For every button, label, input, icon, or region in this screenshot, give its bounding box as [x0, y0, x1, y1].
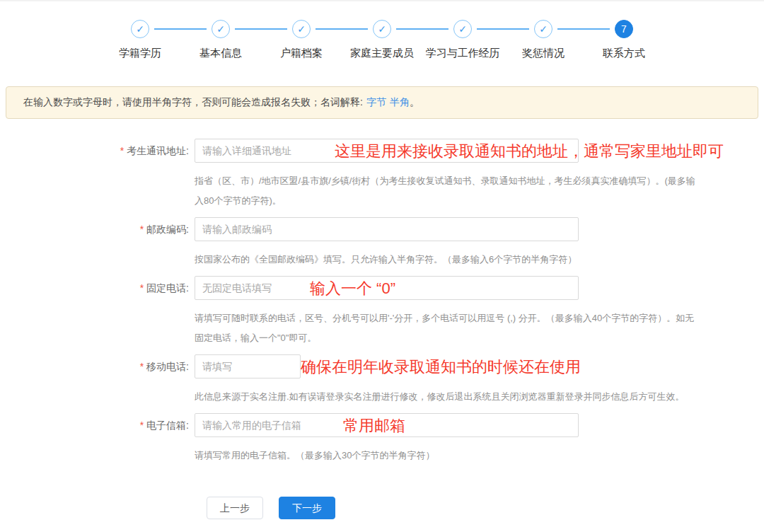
step-label: 基本信息: [199, 47, 242, 60]
field-row-mobile: *移动电话: 确保在明年收录取通知书的时候还在使用 此信息来源于实名注册.如有误…: [0, 354, 764, 407]
wizard-stepper: ✓ 学籍学历 ✓ 基本信息 ✓ 户籍档案 ✓ 家庭主要成员 ✓ 学习与工作经历 …: [100, 20, 664, 60]
zipcode-input[interactable]: [195, 217, 579, 241]
contact-info-form: *考生通讯地址: 这里是用来接收录取通知书的地址，通常写家里地址即可 指省（区、…: [0, 139, 764, 466]
step-label: 户籍档案: [280, 47, 323, 60]
check-icon: ✓: [136, 24, 144, 34]
step-label: 学习与工作经历: [426, 47, 500, 60]
check-icon: ✓: [378, 24, 386, 34]
step-label: 奖惩情况: [522, 47, 565, 60]
check-icon: ✓: [458, 24, 467, 34]
required-asterisk: *: [120, 145, 124, 156]
field-label: *电子信箱:: [0, 413, 195, 466]
footer-actions: 上一步 下一步: [207, 497, 764, 519]
step-number: 7: [621, 24, 627, 34]
field-row-zipcode: *邮政编码: 按国家公布的《全国邮政编码》填写。只允许输入半角字符。（最多输入6…: [0, 217, 764, 270]
step-check-icon: ✓: [534, 20, 552, 38]
step-item-1[interactable]: ✓ 学籍学历: [100, 20, 180, 60]
required-asterisk: *: [140, 420, 144, 431]
field-help: 此信息来源于实名注册.如有误请登录实名注册进行修改，修改后退出系统且关闭浏览器重…: [195, 387, 685, 407]
next-step-button[interactable]: 下一步: [279, 497, 335, 519]
mobile-input[interactable]: [195, 354, 301, 378]
link-halfwidth[interactable]: 半角: [390, 96, 410, 108]
field-annotation: 确保在明年收录取通知书的时候还在使用: [301, 354, 581, 380]
field-label: *考生通讯地址:: [0, 139, 195, 211]
notice-text: 在输入数字或字母时，请使用半角字符，否则可能会造成报名失败；名词解释:: [23, 96, 363, 108]
step-item-5[interactable]: ✓ 学习与工作经历: [422, 20, 503, 60]
step-label: 联系方式: [603, 47, 645, 60]
link-byte[interactable]: 字节: [366, 96, 386, 108]
check-icon: ✓: [216, 24, 225, 34]
check-icon: ✓: [297, 24, 306, 34]
field-help: 按国家公布的《全国邮政编码》填写。只允许输入半角字符。（最多输入6个字节的半角字…: [195, 250, 579, 270]
required-asterisk: *: [140, 224, 144, 235]
prev-step-button[interactable]: 上一步: [207, 497, 263, 519]
notice-banner: 在输入数字或字母时，请使用半角字符，否则可能会造成报名失败；名词解释:字节半角。: [6, 86, 758, 119]
step-item-3[interactable]: ✓ 户籍档案: [261, 20, 342, 60]
field-annotation: 输入一个 “0”: [310, 276, 395, 301]
field-label: *固定电话:: [0, 276, 195, 348]
notice-text-end: 。: [410, 96, 419, 108]
field-label: *移动电话:: [0, 354, 195, 407]
step-check-icon: ✓: [212, 20, 230, 38]
step-check-icon: ✓: [292, 20, 311, 38]
step-check-icon: ✓: [453, 20, 472, 38]
field-help: 请填写可随时联系的电话，区号、分机号可以用'-'分开，多个电话可以用逗号 (,)…: [195, 308, 694, 348]
field-row-address: *考生通讯地址: 这里是用来接收录取通知书的地址，通常写家里地址即可 指省（区、…: [0, 139, 764, 211]
step-item-7-current[interactable]: 7 联系方式: [584, 20, 664, 60]
step-item-6[interactable]: ✓ 奖惩情况: [503, 20, 584, 60]
field-row-email: *电子信箱: 常用邮箱 请填写常用的电子信箱。（最多输入30个字节的半角字符）: [0, 413, 764, 466]
check-icon: ✓: [539, 24, 548, 34]
field-help: 指省（区、市）/地市区盟/县市旗/乡镇/街村（为考生接收复试通知书、录取通知书地…: [195, 171, 695, 211]
field-row-landline: *固定电话: 输入一个 “0” 请填写可随时联系的电话，区号、分机号可以用'-'…: [0, 276, 764, 348]
step-label: 家庭主要成员: [350, 47, 414, 60]
field-label: *邮政编码:: [0, 217, 195, 270]
step-item-2[interactable]: ✓ 基本信息: [180, 20, 261, 60]
field-annotation: 这里是用来接收录取通知书的地址，通常写家里地址即可: [335, 139, 724, 164]
field-annotation: 常用邮箱: [343, 413, 405, 439]
step-check-icon: ✓: [131, 20, 149, 38]
page: ✓ 学籍学历 ✓ 基本信息 ✓ 户籍档案 ✓ 家庭主要成员 ✓ 学习与工作经历 …: [0, 0, 764, 532]
required-asterisk: *: [140, 282, 144, 294]
required-asterisk: *: [140, 361, 144, 372]
step-number-badge: 7: [615, 20, 633, 38]
step-check-icon: ✓: [373, 20, 391, 38]
step-item-4[interactable]: ✓ 家庭主要成员: [342, 20, 422, 60]
step-label: 学籍学历: [119, 47, 161, 60]
field-help: 请填写常用的电子信箱。（最多输入30个字节的半角字符）: [195, 446, 579, 466]
